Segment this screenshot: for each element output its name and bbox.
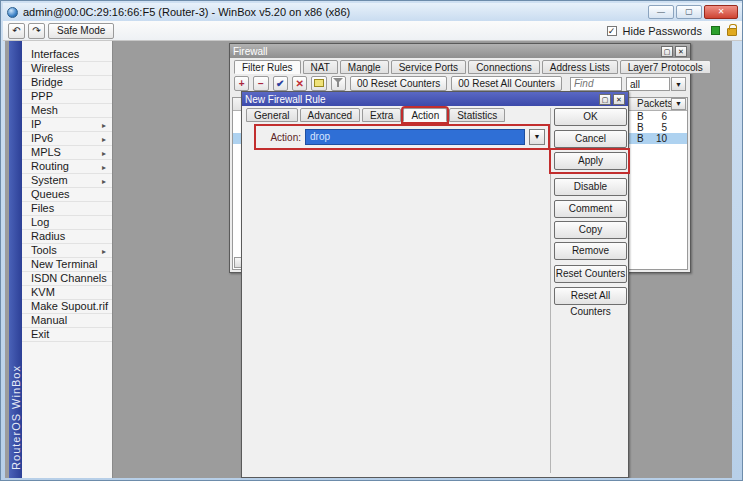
firewall-title: Firewall: [233, 46, 659, 57]
enable-rule-icon[interactable]: ✔: [273, 76, 288, 91]
submenu-arrow-icon: ▸: [102, 175, 106, 188]
dialog-divider: [550, 108, 551, 473]
firewall-close-icon[interactable]: ✕: [675, 46, 687, 57]
submenu-arrow-icon: ▸: [102, 133, 106, 146]
action-label: Action:: [259, 132, 301, 143]
sidebar-item-system[interactable]: System▸: [22, 174, 112, 188]
disable-button[interactable]: Disable: [554, 178, 627, 196]
find-input[interactable]: [570, 77, 622, 91]
safe-mode-button[interactable]: Safe Mode: [48, 23, 114, 39]
tab-advanced[interactable]: Advanced: [300, 108, 360, 122]
dialog-title: New Firewall Rule: [245, 94, 597, 105]
sidebar-item-radius[interactable]: Radius: [22, 230, 112, 244]
sidebar-item-routing[interactable]: Routing▸: [22, 160, 112, 174]
tab-service-ports[interactable]: Service Ports: [391, 60, 466, 74]
action-dropdown-arrow-icon[interactable]: ▼: [529, 129, 545, 145]
action-row-annotation: Action: drop ▼: [254, 124, 550, 150]
sidebar-item-bridge[interactable]: Bridge: [22, 76, 112, 90]
tab-action[interactable]: Action: [403, 108, 447, 122]
sidebar-item-interfaces[interactable]: Interfaces: [22, 48, 112, 62]
winbox-app-icon: [7, 7, 18, 18]
sidebar-item-kvm[interactable]: KVM: [22, 286, 112, 300]
workarea: RouterOS WinBox Interfaces Wireless Brid…: [5, 41, 732, 478]
tab-nat[interactable]: NAT: [303, 60, 338, 74]
sidebar-item-new-terminal[interactable]: New Terminal: [22, 258, 112, 272]
main-titlebar: admin@00:0C:29:16:66:F5 (Router-3) - Win…: [3, 3, 742, 21]
routeros-winbox-brand: RouterOS WinBox: [10, 357, 22, 478]
submenu-arrow-icon: ▸: [102, 161, 106, 174]
sidebar-item-exit[interactable]: Exit: [22, 328, 112, 342]
chain-filter-dropdown[interactable]: all ▼: [626, 77, 686, 91]
window-title: admin@00:0C:29:16:66:F5 (Router-3) - Win…: [23, 6, 643, 18]
tab-statistics[interactable]: Statistics: [449, 108, 505, 122]
close-button[interactable]: ✕: [704, 5, 738, 19]
sidebar-item-files[interactable]: Files: [22, 202, 112, 216]
sidebar-item-mesh[interactable]: Mesh: [22, 104, 112, 118]
submenu-arrow-icon: ▸: [102, 119, 106, 132]
sidebar-item-wireless[interactable]: Wireless: [22, 62, 112, 76]
new-firewall-rule-dialog: New Firewall Rule ▢ ✕ General Advanced E…: [241, 91, 629, 478]
hide-passwords-checkbox[interactable]: ✓: [607, 26, 617, 36]
sidebar-item-ipv6[interactable]: IPv6▸: [22, 132, 112, 146]
dropdown-arrow-icon[interactable]: ▼: [671, 77, 686, 91]
winbox-main-window: admin@00:0C:29:16:66:F5 (Router-3) - Win…: [0, 0, 743, 481]
tab-filter-rules[interactable]: Filter Rules: [234, 60, 301, 74]
comment-icon[interactable]: [311, 76, 326, 91]
tab-layer7-protocols[interactable]: Layer7 Protocols: [620, 60, 711, 74]
minimize-button[interactable]: —: [648, 5, 674, 19]
remove-button[interactable]: Remove: [554, 242, 627, 260]
sidebar-item-ppp[interactable]: PPP: [22, 90, 112, 104]
maximize-button[interactable]: ▢: [676, 5, 702, 19]
reset-all-counters-button[interactable]: Reset All Counters: [554, 287, 627, 305]
sidebar-item-queues[interactable]: Queues: [22, 188, 112, 202]
sidebar-item-mpls[interactable]: MPLS▸: [22, 146, 112, 160]
action-dropdown[interactable]: drop: [305, 129, 525, 145]
sidebar-menu: Interfaces Wireless Bridge PPP Mesh IP▸ …: [22, 41, 113, 478]
main-toolbar: ↶ ↷ Safe Mode ✓ Hide Passwords: [3, 21, 742, 41]
comment-button[interactable]: Comment: [554, 200, 627, 218]
tab-address-lists[interactable]: Address Lists: [542, 60, 618, 74]
sidebar-item-tools[interactable]: Tools▸: [22, 244, 112, 258]
brand-strip: RouterOS WinBox: [9, 41, 22, 478]
submenu-arrow-icon: ▸: [102, 245, 106, 258]
firewall-maximize-icon[interactable]: ▢: [661, 46, 673, 57]
tab-extra[interactable]: Extra: [362, 108, 401, 122]
sidebar-item-log[interactable]: Log: [22, 216, 112, 230]
remove-rule-icon[interactable]: −: [253, 76, 268, 91]
sidebar-item-ip[interactable]: IP▸: [22, 118, 112, 132]
tab-mangle[interactable]: Mangle: [340, 60, 389, 74]
firewall-tabs: Filter Rules NAT Mangle Service Ports Co…: [230, 58, 690, 74]
dialog-titlebar[interactable]: New Firewall Rule ▢ ✕: [242, 92, 628, 106]
dialog-maximize-icon[interactable]: ▢: [599, 94, 611, 105]
ok-button[interactable]: OK: [554, 108, 627, 126]
undo-icon[interactable]: ↶: [8, 23, 25, 39]
sidebar-item-isdn-channels[interactable]: ISDN Channels: [22, 272, 112, 286]
sidebar-item-make-supout[interactable]: Make Supout.rif: [22, 300, 112, 314]
tab-general[interactable]: General: [246, 108, 298, 122]
cancel-button[interactable]: Cancel: [554, 130, 627, 148]
dialog-close-icon[interactable]: ✕: [613, 94, 625, 105]
add-rule-icon[interactable]: +: [234, 76, 249, 91]
hide-passwords-label: Hide Passwords: [623, 25, 702, 37]
sidebar-item-manual[interactable]: Manual: [22, 314, 112, 328]
copy-button[interactable]: Copy: [554, 221, 627, 239]
firewall-titlebar[interactable]: Firewall ▢ ✕: [230, 44, 690, 58]
column-filter-icon[interactable]: ▼: [671, 98, 686, 110]
reset-counters-button[interactable]: 00 Reset Counters: [350, 76, 447, 91]
tab-connections[interactable]: Connections: [468, 60, 540, 74]
apply-button[interactable]: Apply: [554, 152, 627, 170]
disable-rule-icon[interactable]: ✕: [292, 76, 307, 91]
submenu-arrow-icon: ▸: [102, 147, 106, 160]
packets-column-header[interactable]: Packets: [637, 98, 673, 110]
reset-counters-button[interactable]: Reset Counters: [554, 265, 627, 283]
secure-lock-icon: [727, 28, 737, 36]
filter-funnel-icon[interactable]: [331, 76, 346, 91]
redo-icon[interactable]: ↷: [28, 23, 45, 39]
reset-all-counters-button[interactable]: 00 Reset All Counters: [451, 76, 562, 91]
connection-status-indicator: [711, 26, 720, 35]
